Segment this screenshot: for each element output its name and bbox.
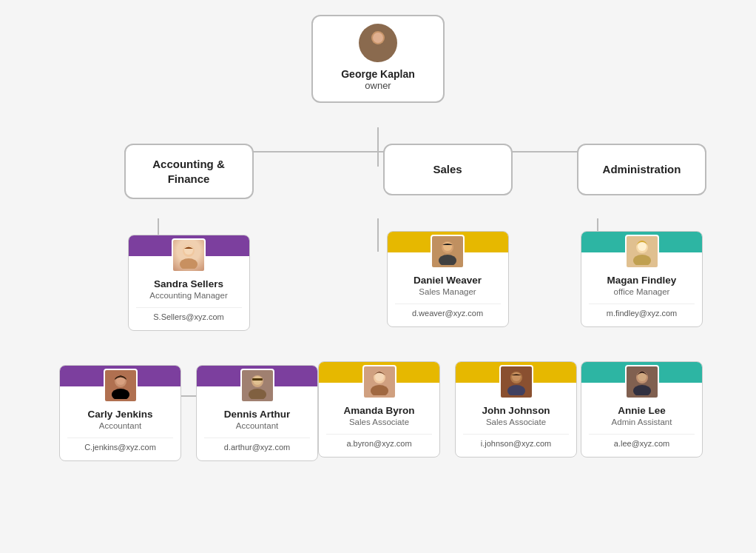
emp-email-amanda: a.byron@xyz.com [326, 439, 432, 448]
avatar-carly-icon [109, 372, 132, 399]
manager-card-admin[interactable]: Magan Findley office Manager m.findley@x… [581, 231, 703, 327]
svg-point-31 [439, 255, 456, 265]
emp-name-dennis: Dennis Arthur [204, 409, 310, 420]
svg-rect-29 [252, 378, 263, 381]
avatar-dennis [240, 369, 274, 403]
emp-name-amanda: Amanda Byron [326, 405, 432, 416]
manager-role-admin: office Manager [589, 287, 695, 296]
card-top-amanda [319, 362, 439, 383]
card-top-carly [60, 366, 180, 386]
avatar-amanda [362, 365, 396, 399]
svg-point-32 [443, 242, 452, 251]
dept-box-sales[interactable]: Sales [383, 144, 513, 195]
card-top-acct [129, 235, 249, 256]
svg-point-35 [375, 372, 384, 381]
emp-role-john: Sales Associate [463, 418, 569, 426]
card-top-sales [388, 232, 508, 252]
svg-point-34 [371, 385, 388, 395]
emp-name-john: John Johnson [463, 405, 569, 416]
avatar-magan-icon [631, 238, 653, 265]
root-avatar [359, 24, 397, 62]
card-top-john [456, 362, 576, 383]
manager-name-sales: Daniel Weaver [395, 275, 501, 286]
emp-email-carly: C.jenkins@xyz.com [67, 443, 173, 452]
card-top-admin [581, 232, 702, 252]
manager-card-sales[interactable]: Daniel Weaver Sales Manager d.weaver@xyz… [387, 231, 509, 327]
avatar-magan [625, 235, 659, 269]
emp-role-amanda: Sales Associate [326, 418, 432, 426]
emp-role-dennis: Accountant [204, 421, 310, 430]
svg-point-41 [638, 242, 647, 251]
manager-name-acct: Sandra Sellers [136, 278, 242, 289]
manager-name-admin: Magan Findley [589, 275, 695, 286]
avatar-daniel-icon [436, 238, 459, 265]
svg-point-37 [507, 385, 525, 395]
dept-box-acct[interactable]: Accounting & Finance [124, 144, 254, 199]
manager-email-admin: m.findley@xyz.com [589, 309, 695, 318]
emp-role-carly: Accountant [67, 421, 173, 430]
dept-col-admin: Administration [577, 144, 706, 461]
avatar-annie-icon [631, 369, 653, 395]
root-avatar-icon [365, 28, 391, 58]
manager-card-acct[interactable]: Sandra Sellers Accounting Manager S.Sell… [128, 235, 250, 331]
org-chart-container: George Kaplan owner Accounting & Finance [0, 0, 756, 553]
manager-email-acct: S.Sellers@xyz.com [136, 312, 242, 321]
root-node[interactable]: George Kaplan owner [311, 15, 445, 103]
root-role: owner [323, 80, 433, 91]
emp-name-carly: Carly Jenkins [67, 409, 173, 420]
card-top-dennis [197, 366, 317, 386]
avatar-amanda-icon [368, 369, 391, 395]
svg-point-43 [633, 385, 651, 395]
emp-card-annie[interactable]: Annie Lee Admin Assistant a.lee@xyz.com [581, 361, 703, 458]
root-name: George Kaplan [323, 68, 433, 80]
avatar-annie [625, 365, 659, 399]
svg-point-40 [633, 255, 651, 265]
dept-name-admin: Administration [603, 162, 681, 177]
svg-point-27 [249, 389, 266, 399]
emp-card-amanda[interactable]: Amanda Byron Sales Associate a.byron@xyz… [318, 361, 440, 458]
dept-name-sales: Sales [433, 162, 462, 177]
avatar-john [499, 365, 533, 399]
emp-email-annie: a.lee@xyz.com [589, 439, 695, 448]
avatar-daniel [431, 235, 465, 269]
svg-point-21 [180, 258, 198, 269]
emp-card-carly[interactable]: Carly Jenkins Accountant C.jenkins@xyz.c… [59, 365, 181, 461]
manager-role-sales: Sales Manager [395, 287, 501, 296]
avatar-carly [104, 369, 138, 403]
avatar-john-icon [505, 369, 527, 395]
card-top-annie [581, 362, 702, 383]
emp-email-john: i.johnson@xyz.com [463, 439, 569, 448]
manager-role-acct: Accounting Manager [136, 291, 242, 300]
emp-card-john[interactable]: John Johnson Sales Associate i.johnson@x… [455, 361, 577, 458]
emp-name-annie: Annie Lee [589, 405, 695, 416]
dept-col-acct: Accounting & Finance [59, 144, 318, 461]
svg-point-18 [368, 46, 388, 58]
emp-role-annie: Admin Assistant [589, 418, 695, 426]
dept-name-acct: Accounting & Finance [133, 157, 245, 186]
svg-point-44 [638, 372, 647, 381]
svg-point-24 [112, 389, 129, 399]
avatar-sandra [172, 238, 206, 272]
avatar-sandra-icon [178, 242, 200, 269]
dept-box-admin[interactable]: Administration [577, 144, 706, 195]
emp-card-dennis[interactable]: Dennis Arthur Accountant d.arthur@xyz.co… [196, 365, 318, 461]
emp-email-dennis: d.arthur@xyz.com [204, 443, 310, 452]
manager-email-sales: d.weaver@xyz.com [395, 309, 501, 318]
svg-point-38 [512, 372, 521, 381]
avatar-dennis-icon [246, 372, 269, 399]
svg-point-19 [373, 33, 383, 43]
dept-col-sales: Sales [318, 144, 577, 461]
